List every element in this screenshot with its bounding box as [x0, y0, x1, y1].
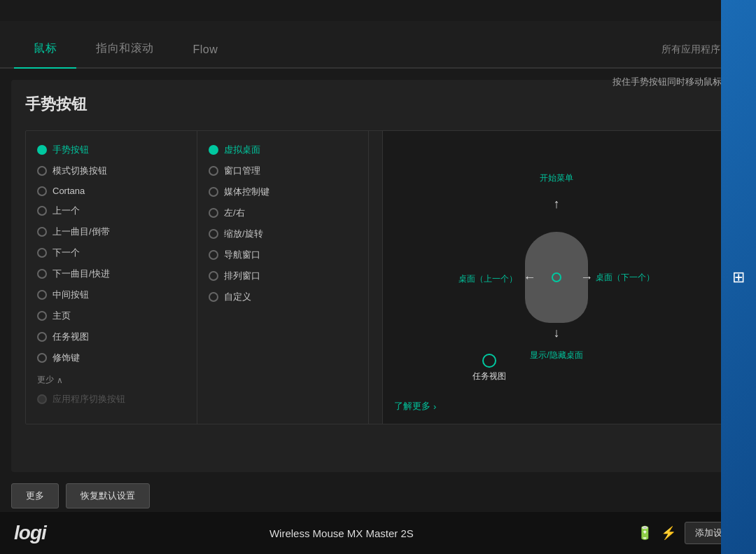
list-item-nexttrack[interactable]: 下一曲目/快进 — [31, 263, 191, 284]
list-item-next[interactable]: 下一个 — [31, 242, 191, 263]
section-subtitle: 按住手势按钮同时移动鼠标。 — [612, 76, 731, 88]
radio-winmgmt — [209, 166, 218, 176]
left-arrow-icon: ← — [523, 270, 536, 284]
footer: logi Wireless Mouse MX Master 2S 🔋 ⚡ 添加设… — [0, 512, 756, 554]
right-list-col: 虚拟桌面 窗口管理 媒体控制键 左/右 缩放/旋转 — [197, 131, 369, 424]
radio-prev — [37, 206, 47, 216]
list-item-leftright[interactable]: 左/右 — [203, 202, 363, 223]
title-bar: ─ ✕ — [0, 0, 756, 21]
list-item-prevtrack[interactable]: 上一曲目/倒带 — [31, 221, 191, 242]
right-arrow-icon: → — [580, 270, 593, 285]
right-visualization-panel: 开始菜单 ↑ 桌面（上一个） ← → 桌面（下一个） ↓ — [383, 131, 730, 424]
list-item-snipkey[interactable]: 修饰键 — [31, 347, 191, 368]
down-arrow-icon: ↓ — [554, 326, 560, 340]
radio-navwin — [209, 250, 218, 260]
battery-icon: 🔋 — [637, 525, 652, 541]
device-name: Wireless Mouse MX Master 2S — [46, 527, 637, 539]
reset-button[interactable]: 恢复默认设置 — [66, 483, 150, 508]
show-less-button[interactable]: 更少 ∧ — [31, 368, 191, 389]
list-item-winmgmt[interactable]: 窗口管理 — [203, 160, 363, 181]
radio-taskview — [37, 332, 47, 342]
left-panel: 手势按钮 模式切换按钮 Cortana 上一个 上一曲目/倒带 — [26, 131, 383, 424]
content-area: 手势按钮 模式切换按钮 Cortana 上一个 上一曲目/倒带 — [25, 130, 731, 424]
mouse-diagram: 开始菜单 ↑ 桌面（上一个） ← → 桌面（下一个） ↓ — [451, 158, 662, 396]
left-direction-label: 桌面（上一个） — [458, 274, 517, 284]
chevron-up-icon: ∧ — [57, 375, 63, 385]
radio-leftright — [209, 208, 218, 218]
task-view-area: 任务视图 — [472, 354, 506, 382]
list-item-custom[interactable]: 自定义 — [203, 286, 363, 307]
radio-gesture — [37, 145, 47, 155]
radio-mediakeys — [209, 187, 218, 197]
left-direction: 桌面（上一个） ← — [458, 270, 536, 285]
learn-more-link[interactable]: 了解更多 › — [394, 400, 436, 413]
list-item-zoomrotate[interactable]: 缩放/旋转 — [203, 223, 363, 244]
list-item-arrangewin[interactable]: 排列窗口 — [203, 265, 363, 286]
list-item-cortana[interactable]: Cortana — [31, 181, 191, 200]
bluetooth-icon: ⚡ — [661, 525, 676, 541]
top-navigation: 鼠标 指向和滚动 Flow 所有应用程序 — [0, 21, 756, 69]
radio-cortana — [37, 186, 47, 196]
list-item-vdesktop[interactable]: 虚拟桌面 — [203, 139, 363, 160]
radio-zoomrotate — [209, 229, 218, 239]
up-arrow-icon: ↑ — [554, 197, 560, 212]
top-direction-label: 开始菜单 — [540, 172, 573, 184]
task-circle-icon — [482, 354, 496, 368]
radio-arrangewin — [209, 271, 218, 281]
radio-next — [37, 248, 47, 258]
tab-mouse[interactable]: 鼠标 — [14, 30, 76, 69]
list-item-navwin[interactable]: 导航窗口 — [203, 244, 363, 265]
list-item-taskview[interactable]: 任务视图 — [31, 326, 191, 347]
list-item-gesture[interactable]: 手势按钮 — [31, 139, 191, 160]
tab-flow[interactable]: Flow — [174, 32, 238, 67]
right-direction: → 桌面（下一个） — [580, 270, 654, 285]
right-direction-label: 桌面（下一个） — [596, 272, 654, 284]
windows-logo-icon: ⊞ — [732, 268, 745, 286]
main-content: 手势按钮 按住手势按钮同时移动鼠标。 手势按钮 模式切换按钮 Cortana — [11, 80, 745, 472]
radio-custom — [209, 292, 218, 302]
list-item-mediakeys[interactable]: 媒体控制键 — [203, 181, 363, 202]
left-list-col: 手势按钮 模式切换按钮 Cortana 上一个 上一曲目/倒带 — [26, 131, 197, 424]
list-item-prev[interactable]: 上一个 — [31, 200, 191, 221]
tab-pointer[interactable]: 指向和滚动 — [76, 30, 174, 67]
all-apps-label: 所有应用程序 — [662, 43, 720, 56]
radio-middle — [37, 290, 47, 300]
list-item-home[interactable]: 主页 — [31, 305, 191, 326]
section-title: 手势按钮 — [25, 94, 87, 115]
task-view-label: 任务视图 — [472, 371, 506, 382]
logi-logo: logi — [14, 522, 46, 544]
chevron-right-icon: › — [433, 401, 436, 412]
radio-mode — [37, 166, 47, 176]
bottom-direction-label: 显示/隐藏桌面 — [530, 349, 582, 361]
list-item-middle[interactable]: 中间按钮 — [31, 284, 191, 305]
radio-home — [37, 311, 47, 321]
partial-item: 应用程序切换按钮 — [31, 389, 191, 410]
windows-sidebar: ⊞ — [721, 0, 756, 554]
list-item-mode[interactable]: 模式切换按钮 — [31, 160, 191, 181]
bottom-buttons: 更多 恢复默认设置 — [11, 483, 745, 508]
radio-prevtrack — [37, 227, 47, 237]
radio-nexttrack — [37, 269, 47, 279]
more-button[interactable]: 更多 — [11, 483, 59, 508]
radio-snipkey — [37, 353, 47, 363]
radio-vdesktop — [209, 145, 218, 155]
